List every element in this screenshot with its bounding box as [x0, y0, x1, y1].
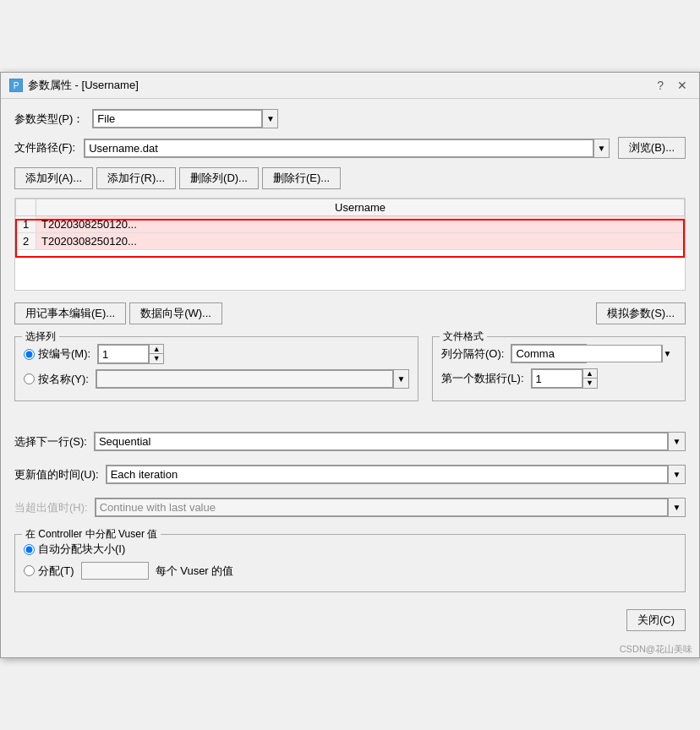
first-data-spin-down[interactable]: ▼	[583, 379, 597, 388]
select-next-row-row: 选择下一行(S): ▼	[14, 432, 686, 451]
add-col-button[interactable]: 添加列(A)...	[14, 167, 93, 189]
update-value-dropdown[interactable]: ▼	[106, 465, 686, 484]
first-data-spin[interactable]: ▲ ▼	[531, 368, 598, 389]
by-name-input[interactable]	[96, 370, 393, 388]
table-row[interactable]: 1 T2020308250120...	[16, 216, 685, 233]
by-name-dropdown[interactable]: ▼	[96, 369, 409, 389]
alloc-radio[interactable]	[24, 565, 35, 576]
options-section: 选择列 按编号(M): ▲ ▼	[14, 333, 686, 401]
title-bar: P 参数属性 - [Username] ? ✕	[1, 73, 699, 99]
param-type-row: 参数类型(P)： ▼	[14, 109, 686, 128]
by-number-spin[interactable]: ▲ ▼	[97, 344, 164, 364]
table-row-num: 2	[16, 233, 36, 250]
alloc-radio-label[interactable]: 分配(T)	[24, 564, 74, 579]
exceed-value-arrow[interactable]: ▼	[668, 498, 685, 516]
del-row-button[interactable]: 删除行(E)...	[262, 167, 341, 189]
watermark: CSDN@花山美味	[1, 641, 699, 657]
update-value-row: 更新值的时间(U): ▼	[14, 465, 686, 484]
per-vuser-label: 每个 Vuser 的值	[156, 564, 234, 579]
first-data-spin-up[interactable]: ▲	[583, 369, 597, 379]
controller-title: 在 Controller 中分配 Vuser 值	[22, 527, 161, 542]
select-next-row-arrow[interactable]: ▼	[668, 433, 685, 450]
file-path-dropdown[interactable]: ▼	[84, 139, 610, 158]
select-col-section: 选择列 按编号(M): ▲ ▼	[14, 336, 418, 401]
close-window-button[interactable]: ✕	[674, 79, 691, 92]
by-number-input[interactable]	[98, 345, 149, 363]
alloc-label: 分配(T)	[38, 564, 74, 579]
exceed-value-row: 当超出值时(H): ▼	[14, 498, 686, 517]
bottom-toolbar-left: 用记事本编辑(E)... 数据向导(W)...	[14, 302, 222, 324]
col-sep-label: 列分隔符(O):	[441, 346, 504, 362]
app-icon-letter: P	[14, 81, 19, 90]
controller-section: 在 Controller 中分配 Vuser 值 自动分配块大小(I) 分配(T…	[14, 534, 686, 592]
data-table: Username 1 T2020308250120... 2 T20203082…	[15, 199, 685, 250]
first-data-spin-buttons: ▲ ▼	[582, 369, 597, 388]
title-bar-left: P 参数属性 - [Username]	[9, 78, 139, 93]
by-name-radio-label[interactable]: 按名称(Y):	[24, 372, 89, 387]
select-next-row-dropdown[interactable]: ▼	[94, 432, 686, 451]
file-path-arrow[interactable]: ▼	[593, 139, 609, 157]
close-button[interactable]: 关闭(C)	[626, 609, 686, 631]
main-dialog: P 参数属性 - [Username] ? ✕ 参数类型(P)： ▼ 文件路径(…	[0, 72, 700, 658]
simulate-button[interactable]: 模拟参数(S)...	[596, 302, 686, 324]
by-number-spin-up[interactable]: ▲	[150, 345, 163, 354]
table-row[interactable]: 2 T2020308250120...	[16, 233, 685, 250]
update-value-label: 更新值的时间(U):	[14, 467, 99, 482]
help-button[interactable]: ?	[654, 79, 667, 92]
auto-alloc-radio[interactable]	[24, 544, 35, 555]
select-next-row-label: 选择下一行(S):	[14, 434, 87, 449]
by-number-spin-buttons: ▲ ▼	[149, 345, 163, 363]
dialog-content: 参数类型(P)： ▼ 文件路径(F): ▼ 浏览(B)... 添加列(A)...…	[1, 99, 699, 602]
by-name-arrow[interactable]: ▼	[393, 370, 408, 388]
param-type-label: 参数类型(P)：	[14, 112, 84, 127]
first-data-label: 第一个数据行(L):	[441, 371, 524, 386]
title-bar-right: ? ✕	[654, 79, 691, 92]
by-number-radio[interactable]	[24, 349, 35, 360]
auto-alloc-radio-label[interactable]: 自动分配块大小(I)	[24, 542, 125, 557]
exceed-value-label: 当超出值时(H):	[14, 500, 88, 515]
file-path-label: 文件路径(F):	[14, 140, 75, 155]
by-name-label: 按名称(Y):	[38, 372, 89, 387]
by-number-label: 按编号(M):	[38, 346, 90, 362]
param-type-arrow[interactable]: ▼	[262, 110, 277, 128]
col-sep-dropdown[interactable]: ▼	[511, 344, 587, 363]
col-sep-row: 列分隔符(O): ▼	[441, 344, 676, 363]
table-row-num: 1	[16, 216, 36, 233]
dialog-title: 参数属性 - [Username]	[28, 78, 139, 93]
auto-alloc-label: 自动分配块大小(I)	[38, 542, 125, 557]
table-row-value[interactable]: T2020308250120...	[36, 216, 685, 233]
by-name-row: 按名称(Y): ▼	[24, 369, 409, 389]
select-next-row-input[interactable]	[95, 433, 668, 450]
alloc-input[interactable]	[81, 562, 149, 580]
add-row-button[interactable]: 添加行(R)...	[96, 167, 176, 189]
by-number-radio-label[interactable]: 按编号(M):	[24, 346, 90, 362]
wizard-button[interactable]: 数据向导(W)...	[129, 302, 222, 324]
browse-button[interactable]: 浏览(B)...	[618, 137, 686, 159]
first-data-input[interactable]	[532, 369, 582, 388]
exceed-value-input[interactable]	[96, 498, 668, 516]
exceed-value-dropdown[interactable]: ▼	[95, 498, 686, 517]
update-value-input[interactable]	[107, 466, 668, 483]
app-icon: P	[9, 79, 23, 92]
col-sep-arrow[interactable]: ▼	[662, 345, 671, 362]
table-row-value[interactable]: T2020308250120...	[36, 233, 685, 250]
alloc-row: 分配(T) 每个 Vuser 的值	[24, 562, 676, 580]
table-toolbar: 添加列(A)... 添加行(R)... 删除列(D)... 删除行(E)...	[14, 167, 686, 189]
spacer	[14, 410, 686, 423]
by-name-radio[interactable]	[24, 373, 35, 384]
file-path-input[interactable]	[85, 139, 593, 157]
file-path-row: 文件路径(F): ▼ 浏览(B)...	[14, 137, 686, 159]
update-value-arrow[interactable]: ▼	[668, 466, 685, 483]
by-number-spin-down[interactable]: ▼	[150, 354, 163, 363]
file-format-title: 文件格式	[440, 330, 487, 344]
col-sep-input[interactable]	[511, 345, 662, 362]
table-body: 1 T2020308250120... 2 T2020308250120...	[16, 216, 685, 250]
param-type-input[interactable]	[93, 110, 262, 128]
notepad-button[interactable]: 用记事本编辑(E)...	[14, 302, 126, 324]
data-table-container: Username 1 T2020308250120... 2 T20203082…	[14, 198, 686, 291]
table-index-header	[16, 199, 36, 216]
select-col-title: 选择列	[22, 330, 59, 344]
auto-alloc-row: 自动分配块大小(I)	[24, 542, 676, 557]
del-col-button[interactable]: 删除列(D)...	[179, 167, 259, 189]
param-type-dropdown[interactable]: ▼	[92, 109, 278, 128]
